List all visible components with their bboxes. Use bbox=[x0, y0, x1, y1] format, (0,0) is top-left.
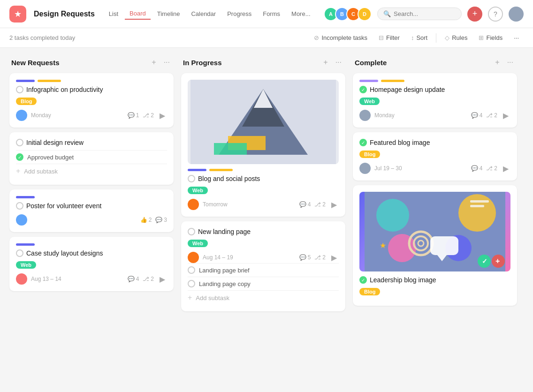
column-header-in-progress: In Progress + ··· bbox=[181, 57, 345, 73]
user-avatar[interactable] bbox=[509, 7, 524, 22]
filter-button[interactable]: ⊟ Filter bbox=[374, 32, 404, 44]
column-header-complete: Complete + ··· bbox=[353, 57, 517, 73]
card-tags bbox=[359, 80, 510, 82]
toolbar: 2 tasks completed today ⊘ Incomplete tas… bbox=[0, 28, 533, 48]
card-title: ✓ Homepage design update bbox=[359, 86, 510, 93]
ellipsis-icon: ··· bbox=[514, 34, 519, 41]
card-tags bbox=[16, 243, 167, 246]
card-blog-social: Blog and social posts Web Tomorrow 💬 4 ⎇… bbox=[181, 73, 345, 217]
card-case-study: Case study layout designs Web Aug 13 – 1… bbox=[9, 237, 174, 291]
comment-count: 💬 4 bbox=[128, 276, 139, 282]
card-title: Poster for volunteer event bbox=[16, 202, 167, 210]
tab-board[interactable]: Board bbox=[125, 8, 151, 20]
card-footer: Monday 💬 4 ⎇ 2 ▶ bbox=[359, 110, 510, 121]
comment-icon: 💬 bbox=[299, 201, 306, 208]
card-meta: 💬 5 ⎇ 2 ▶ bbox=[299, 252, 339, 263]
more-options-button[interactable]: ··· bbox=[509, 32, 524, 44]
check-circle[interactable] bbox=[188, 175, 195, 182]
card-date: Aug 14 – 19 bbox=[203, 254, 296, 261]
column-menu-icon[interactable]: ··· bbox=[505, 57, 515, 68]
column-complete: Complete + ··· ✓ Homepage design update … bbox=[353, 57, 517, 310]
add-subtask-button[interactable]: + Add subtask bbox=[16, 164, 167, 178]
web-badge: Web bbox=[188, 240, 208, 247]
expand-icon[interactable]: ▶ bbox=[158, 110, 167, 121]
blog-badge: Blog bbox=[359, 151, 380, 158]
tab-timeline[interactable]: Timeline bbox=[152, 8, 185, 19]
check-circle[interactable] bbox=[16, 86, 23, 93]
card-footer: Aug 13 – 14 💬 4 ⎇ 2 ▶ bbox=[16, 273, 167, 285]
expand-icon[interactable]: ▶ bbox=[158, 274, 167, 285]
check-circle[interactable] bbox=[16, 249, 23, 257]
column-menu-icon[interactable]: ··· bbox=[162, 57, 172, 68]
check-circle[interactable] bbox=[188, 228, 195, 235]
rules-button[interactable]: ◇ Rules bbox=[440, 32, 472, 44]
card-title: New landing page bbox=[188, 228, 339, 235]
card-homepage: ✓ Homepage design update Web Monday 💬 4 … bbox=[353, 73, 517, 128]
card-poster: Poster for volunteer event 👍 2 💬 3 bbox=[9, 189, 174, 232]
add-card-icon[interactable]: + bbox=[150, 57, 158, 68]
subtask-item: Landing page copy bbox=[188, 277, 339, 290]
add-card-icon[interactable]: + bbox=[493, 57, 501, 68]
header-right: A B C D 🔍 + ? bbox=[324, 7, 524, 22]
expand-icon[interactable]: ▶ bbox=[329, 252, 339, 263]
card-tags bbox=[188, 169, 339, 171]
tab-more[interactable]: More... bbox=[287, 8, 315, 19]
tag-purple bbox=[16, 196, 35, 198]
check-circle-done[interactable]: ✓ bbox=[359, 139, 367, 146]
subtask-count: ⎇ 2 bbox=[486, 112, 497, 119]
check-circle[interactable] bbox=[16, 202, 23, 210]
column-title: In Progress bbox=[183, 59, 321, 67]
add-subtask-button[interactable]: + Add subtask bbox=[188, 290, 339, 305]
subtask-count: ⎇ 2 bbox=[314, 254, 326, 261]
subtask-count: ⎇ 2 bbox=[143, 112, 154, 119]
card-initial-design: Initial design review ✓ Approved budget … bbox=[9, 132, 174, 185]
expand-icon[interactable]: ▶ bbox=[501, 110, 510, 121]
comment-icon: 💬 bbox=[128, 276, 135, 282]
comment-icon: 💬 bbox=[471, 165, 478, 172]
expand-icon[interactable]: ▶ bbox=[329, 199, 339, 210]
avatar: D bbox=[358, 7, 372, 21]
tab-calendar[interactable]: Calendar bbox=[186, 8, 221, 19]
tab-forms[interactable]: Forms bbox=[258, 8, 285, 19]
check-circle-done[interactable]: ✓ bbox=[16, 153, 23, 161]
svg-point-9 bbox=[388, 234, 416, 262]
card-date: Tomorrow bbox=[203, 201, 296, 208]
check-circle[interactable] bbox=[16, 139, 23, 146]
add-card-icon[interactable]: + bbox=[321, 57, 329, 68]
incomplete-tasks-filter[interactable]: ⊘ Incomplete tasks bbox=[309, 32, 372, 44]
subtask-count: ⎇ 2 bbox=[486, 165, 497, 172]
card-meta: 💬 4 ⎇ 2 ▶ bbox=[471, 110, 510, 121]
comment-count: 💬 3 bbox=[155, 217, 167, 223]
tab-list[interactable]: List bbox=[104, 8, 123, 19]
check-circle[interactable] bbox=[188, 280, 195, 287]
search-box[interactable]: 🔍 bbox=[377, 8, 462, 20]
column-header-new-requests: New Requests + ··· bbox=[9, 57, 174, 73]
check-circle[interactable] bbox=[188, 266, 195, 274]
sort-button[interactable]: ↕ Sort bbox=[406, 32, 432, 44]
fields-button[interactable]: ⊞ Fields bbox=[474, 32, 507, 44]
comment-icon: 💬 bbox=[128, 112, 135, 119]
column-new-requests: New Requests + ··· Infographic on produc… bbox=[9, 57, 174, 296]
check-circle-done[interactable]: ✓ bbox=[359, 276, 367, 284]
branch-icon: ⎇ bbox=[486, 165, 493, 172]
tab-progress[interactable]: Progress bbox=[222, 8, 256, 19]
card-meta: 👍 2 💬 3 bbox=[140, 217, 167, 223]
column-menu-icon[interactable]: ··· bbox=[334, 57, 343, 68]
card-landing-page: New landing page Web Aug 14 – 19 💬 5 ⎇ 2 bbox=[181, 221, 345, 311]
add-button[interactable]: + bbox=[467, 7, 482, 22]
svg-rect-16 bbox=[470, 200, 489, 203]
search-input[interactable] bbox=[394, 10, 456, 17]
help-button[interactable]: ? bbox=[488, 7, 503, 22]
card-date: Monday bbox=[31, 112, 124, 119]
card-title: Infographic on productivity bbox=[16, 86, 167, 93]
card-date: Aug 13 – 14 bbox=[31, 276, 124, 282]
blog-badge: Blog bbox=[359, 288, 380, 295]
comment-icon: 💬 bbox=[471, 112, 478, 119]
card-tags bbox=[16, 196, 167, 198]
expand-icon[interactable]: ▶ bbox=[501, 163, 510, 174]
toolbar-divider bbox=[436, 33, 436, 43]
card-tags bbox=[16, 80, 167, 82]
subtask-count: ⎇ 2 bbox=[314, 201, 326, 208]
web-badge: Web bbox=[16, 261, 36, 269]
check-circle-done[interactable]: ✓ bbox=[359, 86, 367, 93]
